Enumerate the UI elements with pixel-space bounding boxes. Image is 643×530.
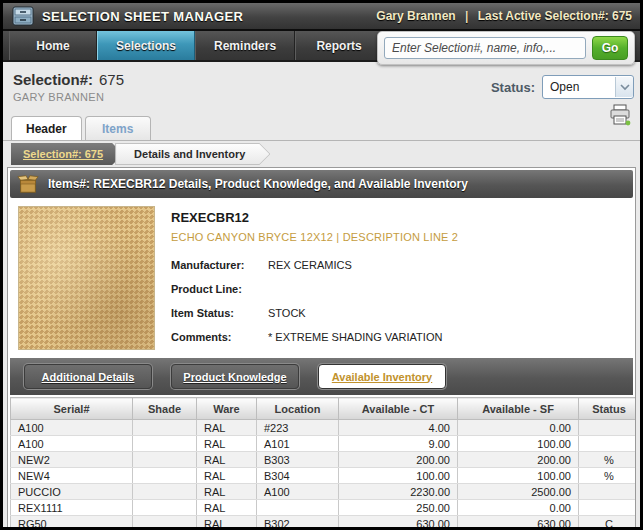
items-detail-panel: Items#: REXECBR12 Details, Product Knowl… [7, 167, 636, 527]
tab-items[interactable]: Items [85, 116, 151, 140]
table-cell: RAL [197, 452, 257, 468]
nav-tab-selections[interactable]: Selections [97, 31, 195, 60]
table-cell: A101 [257, 436, 339, 452]
table-cell: B303 [257, 452, 339, 468]
table-cell: A100 [11, 420, 133, 436]
table-cell: C [579, 516, 637, 528]
inventory-table-body: A100RAL#2234.000.00A100RALA1019.00100.00… [11, 420, 637, 528]
breadcrumb-current-wrap: Details and Inventory [115, 143, 270, 165]
table-cell: NEW4 [11, 468, 133, 484]
table-cell [257, 500, 339, 516]
product-image [18, 206, 155, 350]
inventory-tab-bar: Additional DetailsProduct KnowledgeAvail… [10, 358, 633, 395]
inventory-tab-product-knowledge[interactable]: Product Knowledge [171, 364, 299, 389]
table-cell [133, 484, 197, 500]
titlebar: SELECTION SHEET MANAGER Gary Brannen | L… [3, 3, 640, 29]
selection-sheet-manager-window: SELECTION SHEET MANAGER Gary Brannen | L… [0, 0, 643, 530]
user-info-separator: | [465, 9, 468, 23]
table-cell: RAL [197, 500, 257, 516]
table-cell: RAL [197, 484, 257, 500]
table-cell: RG50 [11, 516, 133, 528]
status-select[interactable]: Open [542, 75, 634, 99]
table-cell: 2230.00 [339, 484, 458, 500]
table-cell: RAL [197, 516, 257, 528]
breadcrumb-selection[interactable]: Selection#: 675 [11, 143, 123, 165]
user-info: Gary Brannen | Last Active Selection#: 6… [376, 9, 632, 23]
product-field-label: Comments: [171, 331, 268, 343]
table-cell [133, 452, 197, 468]
status-label: Status: [491, 80, 535, 95]
product-field-value: REX CERAMICS [268, 259, 352, 271]
go-button[interactable]: Go [592, 36, 628, 60]
product-field-label: Product Line: [171, 283, 268, 295]
table-cell: % [579, 468, 637, 484]
chevron-down-icon [615, 77, 633, 97]
status-selected-value: Open [550, 80, 579, 94]
items-section-title: Items#: REXECBR12 Details, Product Knowl… [48, 177, 468, 191]
product-field-row: Manufacturer:REX CERAMICS [171, 259, 627, 283]
table-cell: 630.00 [458, 516, 579, 528]
column-header: Available - SF [458, 398, 579, 420]
items-section-header: Items#: REXECBR12 Details, Product Knowl… [10, 170, 633, 198]
table-row: RG50RALB302630.00630.00C [11, 516, 637, 528]
nav-tab-home[interactable]: Home [9, 31, 97, 60]
table-cell: 100.00 [458, 468, 579, 484]
breadcrumb: Selection#: 675 Details and Inventory [3, 141, 640, 167]
product-field-label: Item Status: [171, 307, 268, 319]
table-cell: A100 [257, 484, 339, 500]
table-cell [579, 436, 637, 452]
product-fields: Manufacturer:REX CERAMICSProduct Line:It… [171, 259, 627, 355]
table-cell [133, 516, 197, 528]
column-header: Serial# [11, 398, 133, 420]
product-field-value: STOCK [268, 307, 306, 319]
table-cell: 2500.00 [458, 484, 579, 500]
product-field-value: * EXTREME SHADING VARIATION [268, 331, 442, 343]
table-cell [133, 420, 197, 436]
column-header: Available - CT [339, 398, 458, 420]
table-row: PUCCIORALA1002230.002500.00 [11, 484, 637, 500]
table-cell [133, 468, 197, 484]
table-cell: RAL [197, 420, 257, 436]
table-cell [133, 500, 197, 516]
column-header: Location [257, 398, 339, 420]
table-cell: 200.00 [458, 452, 579, 468]
table-cell: % [579, 452, 637, 468]
inventory-tab-additional-details[interactable]: Additional Details [24, 364, 152, 389]
table-cell: 100.00 [458, 436, 579, 452]
table-cell: 0.00 [458, 420, 579, 436]
table-cell: 9.00 [339, 436, 458, 452]
app-title: SELECTION SHEET MANAGER [42, 9, 243, 24]
user-name: Gary Brannen [376, 9, 455, 23]
table-cell: B302 [257, 516, 339, 528]
table-cell: REX1111 [11, 500, 133, 516]
selection-number-value: 675 [99, 71, 124, 88]
table-row: NEW2RALB303200.00200.00% [11, 452, 637, 468]
nav-tab-reports[interactable]: Reports [295, 31, 383, 60]
selection-number: Selection#:675 [13, 71, 124, 88]
table-cell: 4.00 [339, 420, 458, 436]
table-row: A100RALA1019.00100.00 [11, 436, 637, 452]
product-field-label: Manufacturer: [171, 259, 268, 271]
product-field-row: Product Line: [171, 283, 627, 307]
table-cell [133, 436, 197, 452]
table-cell: 100.00 [339, 468, 458, 484]
table-cell [579, 420, 637, 436]
selection-owner: GARY BRANNEN [13, 91, 104, 103]
table-cell: 200.00 [339, 452, 458, 468]
column-header: Shade [133, 398, 197, 420]
product-details: REXECBR12 ECHO CANYON BRYCE 12X12 | DESC… [8, 200, 635, 358]
package-icon [17, 174, 39, 194]
inventory-tab-available-inventory[interactable]: Available Inventory [318, 364, 446, 389]
inventory-table-header-row: Serial#ShadeWareLocationAvailable - CTAv… [11, 398, 637, 420]
breadcrumb-current[interactable]: Details and Inventory [116, 144, 269, 164]
table-cell: PUCCIO [11, 484, 133, 500]
product-field-row: Item Status:STOCK [171, 307, 627, 331]
table-cell: 0.00 [458, 500, 579, 516]
table-cell: #223 [257, 420, 339, 436]
table-row: REX1111RAL250.000.00 [11, 500, 637, 516]
tab-header[interactable]: Header [11, 116, 82, 140]
search-input[interactable] [384, 37, 586, 59]
nav-tab-reminders[interactable]: Reminders [195, 31, 295, 60]
product-field-row: Comments:* EXTREME SHADING VARIATION [171, 331, 627, 355]
table-cell [579, 500, 637, 516]
